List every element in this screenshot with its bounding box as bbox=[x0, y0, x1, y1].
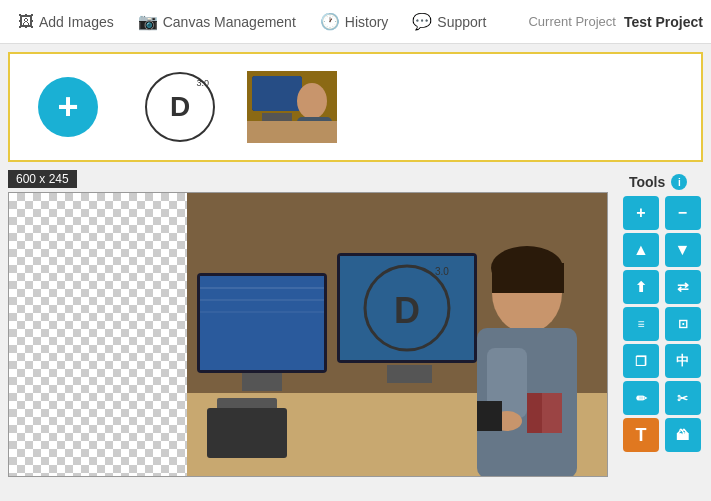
top-navigation: 🖼 Add Images 📷 Canvas Management 🕐 Histo… bbox=[0, 0, 711, 44]
align-button[interactable]: ≡ bbox=[623, 307, 659, 341]
project-name: Test Project bbox=[624, 14, 703, 30]
copy-button[interactable]: ❐ bbox=[623, 344, 659, 378]
canvas-management-label: Canvas Management bbox=[163, 14, 296, 30]
svg-rect-30 bbox=[542, 393, 562, 433]
add-images-nav[interactable]: 🖼 Add Images bbox=[8, 7, 124, 37]
d-logo-version: 3.0 bbox=[196, 78, 209, 88]
svg-rect-14 bbox=[242, 373, 282, 391]
canvas-size-label: 600 x 245 bbox=[8, 170, 77, 188]
history-label: History bbox=[345, 14, 389, 30]
canvas-area[interactable]: D 3.0 bbox=[8, 192, 608, 477]
d-logo-icon: D 3.0 bbox=[145, 72, 215, 142]
svg-rect-6 bbox=[247, 121, 337, 143]
current-project-label: Current Project bbox=[528, 14, 615, 29]
svg-text:3.0: 3.0 bbox=[435, 266, 449, 277]
crop-button[interactable]: ⊡ bbox=[665, 307, 701, 341]
add-images-icon: 🖼 bbox=[18, 13, 34, 31]
tools-grid: + − ▲ ▼ ⬆ ⇄ ≡ ⊡ ❐ 中 ✏ ✂ T 🏔 bbox=[623, 196, 703, 452]
canvas-icon: 📷 bbox=[138, 12, 158, 31]
cut-button[interactable]: ✂ bbox=[665, 381, 701, 415]
svg-rect-17 bbox=[387, 365, 432, 383]
canvas-management-nav[interactable]: 📷 Canvas Management bbox=[128, 6, 306, 37]
svg-point-4 bbox=[297, 83, 327, 119]
upload-button[interactable]: ⬆ bbox=[623, 270, 659, 304]
svg-rect-3 bbox=[262, 113, 292, 121]
canvas-wrapper: 600 x 245 bbox=[8, 170, 615, 477]
plus-circle-icon: + bbox=[38, 77, 98, 137]
support-label: Support bbox=[437, 14, 486, 30]
add-images-label: Add Images bbox=[39, 14, 114, 30]
flip-button[interactable]: ⇄ bbox=[665, 270, 701, 304]
thumbnail-strip-item[interactable] bbox=[242, 62, 342, 152]
move-down-button[interactable]: ▼ bbox=[665, 233, 701, 267]
tools-panel: Tools i + − ▲ ▼ ⬆ ⇄ ≡ ⊡ ❐ 中 ✏ ✂ T � bbox=[623, 170, 703, 477]
support-nav[interactable]: 💬 Support bbox=[402, 6, 496, 37]
tools-info-icon[interactable]: i bbox=[671, 174, 687, 190]
move-up-button[interactable]: ▲ bbox=[623, 233, 659, 267]
d-logo-strip-item[interactable]: D 3.0 bbox=[130, 62, 230, 152]
support-icon: 💬 bbox=[412, 12, 432, 31]
canvas-image: D 3.0 bbox=[187, 193, 607, 476]
add-image-button[interactable]: + bbox=[18, 62, 118, 152]
svg-rect-2 bbox=[252, 76, 302, 111]
zoom-out-button[interactable]: − bbox=[665, 196, 701, 230]
image-strip: + D 3.0 bbox=[8, 52, 703, 162]
history-nav[interactable]: 🕐 History bbox=[310, 6, 399, 37]
svg-rect-28 bbox=[207, 408, 287, 458]
image-button[interactable]: 🏔 bbox=[665, 418, 701, 452]
history-icon: 🕐 bbox=[320, 12, 340, 31]
tools-label: Tools bbox=[629, 174, 665, 190]
tools-header: Tools i bbox=[623, 170, 703, 194]
zoom-in-button[interactable]: + bbox=[623, 196, 659, 230]
svg-text:D: D bbox=[394, 290, 420, 331]
text-copy-button[interactable]: 中 bbox=[665, 344, 701, 378]
pencil-button[interactable]: ✏ bbox=[623, 381, 659, 415]
d-logo-letter: D bbox=[170, 91, 190, 123]
svg-rect-23 bbox=[492, 263, 564, 293]
canvas-section: 600 x 245 bbox=[8, 170, 703, 477]
thumbnail-image bbox=[247, 71, 337, 143]
text-button[interactable]: T bbox=[623, 418, 659, 452]
svg-rect-10 bbox=[200, 276, 324, 370]
svg-rect-31 bbox=[477, 401, 502, 431]
